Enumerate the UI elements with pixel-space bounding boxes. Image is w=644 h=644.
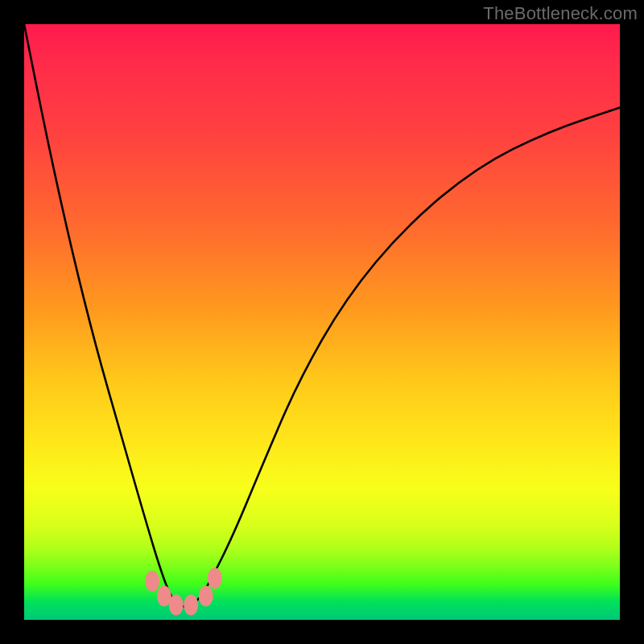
curve-marker [184, 595, 198, 616]
curve-marker [145, 571, 159, 592]
curve-marker [199, 585, 213, 606]
curve-marker [169, 595, 184, 616]
chart-svg [24, 24, 620, 620]
watermark-text: TheBottleneck.com [483, 3, 638, 24]
curve-marker [208, 568, 222, 588]
chart-frame [24, 24, 620, 620]
bottleneck-curve [24, 24, 620, 606]
curve-markers [145, 568, 222, 615]
